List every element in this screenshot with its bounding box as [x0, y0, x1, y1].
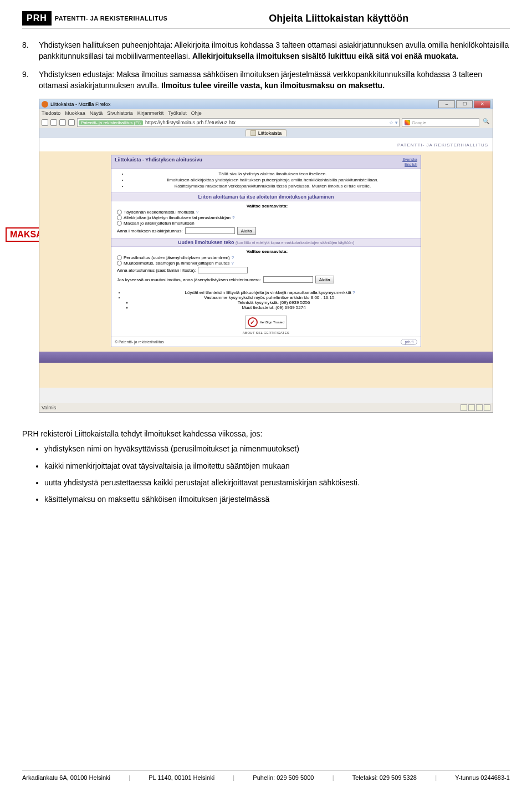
intro-line: Tällä sivulla yhdistys aloittaa ilmoituk… [128, 171, 417, 177]
item9-bold: Ilmoitus tulee vireille vasta, kun ilmoi… [161, 81, 385, 90]
help-icon[interactable]: ? [232, 215, 234, 220]
prh-logo: PRH PATENTTI- JA REKISTERIHALLITUS [22, 11, 167, 26]
footer-pl: PL 1140, 00101 Helsinki [149, 774, 214, 781]
window-titlebar: Liittokaista - Mozilla Firefox – ☐ ✕ [39, 99, 493, 109]
page-viewport: PATENTTI- JA REKISTERIHALLITUS Liittokai… [39, 138, 493, 388]
card-footer: © Patentti- ja rekisterihallitus prh.fi [111, 337, 421, 347]
after-screenshot-text: PRH rekisteröi Liittokaistalla tehdyt il… [22, 429, 510, 504]
numbered-list: Yhdistyksen hallituksen puheenjohtaja: A… [22, 40, 510, 91]
menu-edit[interactable]: Muokkaa [65, 110, 85, 116]
rekisterinumero-input[interactable] [263, 276, 313, 283]
verisign-text: VeriSign Trusted [260, 321, 284, 324]
home-button[interactable] [68, 119, 75, 126]
item8-bold: Allekirjoituksella ilmoituksen sisältö l… [192, 52, 458, 60]
aloitustunnus-label: Anna aloitustunnus (saat tämän liitosta)… [117, 268, 196, 273]
note-phone-tech: Teknisiä kysymyksiä: (09) 6939 5256 [132, 300, 415, 305]
asiakirjatunnus-input[interactable] [185, 227, 235, 234]
radio-perusilmoitus[interactable] [117, 255, 122, 260]
intro-line: Käsittelymaksu maksetaan verkkopankkitun… [128, 184, 417, 189]
menu-help[interactable]: Ohje [191, 110, 202, 116]
prhfi-link[interactable]: prh.fi [401, 339, 417, 345]
forward-button[interactable] [50, 119, 57, 126]
lang-en-link[interactable]: English [402, 162, 417, 167]
embedded-screenshot: MAKSA 35 € Liittokaista - Mozilla Firefo… [22, 99, 510, 413]
help-icon[interactable]: ? [352, 290, 355, 295]
aloitustunnus-input[interactable] [198, 267, 248, 273]
liittokaista-card: Liittokaista - Yhdistyksen aloitussivu S… [111, 155, 421, 347]
radio-muutosilmoitus[interactable] [117, 261, 122, 266]
status-icon [484, 404, 490, 411]
rekisterinumero-label: Jos kyseessä on muutosilmoitus, anna jäs… [117, 277, 261, 282]
status-text: Valmis [42, 405, 56, 410]
new-hdr-text: Uuden ilmoituksen teko [178, 240, 234, 245]
after-intro: PRH rekisteröi Liittokaistalla tehdyt il… [22, 429, 510, 438]
purple-footer-bar [39, 352, 493, 363]
back-button[interactable] [42, 119, 48, 126]
maximize-button[interactable]: ☐ [456, 100, 473, 108]
menu-view[interactable]: Näytä [90, 110, 103, 116]
reload-button[interactable] [59, 119, 66, 126]
radio-label: Allekirjoitan jo täytetyn ilmoituksen ta… [124, 215, 231, 220]
section-new-header: Uuden ilmoituksen teko (kun liitto ei ed… [111, 238, 421, 247]
search-go-icon[interactable]: 🔍 [482, 118, 490, 127]
help-icon[interactable]: ? [231, 261, 233, 266]
valitse-label2: Valitse seuraavista: [117, 249, 417, 254]
tab-title: Liittokaista [258, 130, 282, 136]
logo-abbr: PRH [22, 11, 52, 26]
google-icon [405, 120, 410, 125]
radio-maksan[interactable] [117, 221, 122, 226]
menu-history[interactable]: Sivuhistoria [107, 110, 133, 116]
bullet-item: käsittelymaksu on maksettu sähköisen ilm… [44, 494, 510, 504]
note-line: Löydät eri tilanteisiin liittyviä pikkuo… [185, 290, 351, 295]
radio-taydennan[interactable] [117, 210, 122, 215]
list-item-9: Yhdistyksen edustaja: Maksa ilmoitus sam… [22, 69, 510, 91]
aloita-button-1[interactable]: Aloita [237, 227, 256, 235]
verisign-seal[interactable]: ✓ VeriSign Trusted [245, 316, 287, 329]
minimize-button[interactable]: – [438, 100, 455, 108]
verisign-check-icon: ✓ [248, 317, 258, 327]
aloita-button-2[interactable]: Aloita [315, 276, 334, 283]
list-item-8: Yhdistyksen hallituksen puheenjohtaja: A… [22, 40, 510, 62]
copyright-text: © Patentti- ja rekisterihallitus [115, 340, 164, 344]
footer-address: Arkadiankatu 6A, 00100 Helsinki [22, 774, 110, 781]
body-content: Yhdistyksen hallituksen puheenjohtaja: A… [22, 40, 510, 91]
bookmark-star-icon[interactable]: ☆ ▾ [389, 120, 398, 125]
bullet-item: uutta yhdistystä perustettaessa kaikki p… [44, 478, 510, 488]
footer-fax: Telefaksi: 029 509 5328 [352, 774, 417, 781]
firefox-icon [42, 101, 48, 108]
menu-bookmarks[interactable]: Kirjanmerkit [137, 110, 164, 116]
card-notes: Löydät eri tilanteisiin liittyviä pikkuo… [111, 287, 421, 313]
new-form: Valitse seuraavista: Perusilmoitus (uude… [111, 247, 421, 287]
bullet-item: yhdistyksen nimi on hyväksyttävissä (per… [44, 444, 510, 454]
radio-allekirjoitan[interactable] [117, 215, 122, 220]
status-bar: Valmis [39, 403, 493, 412]
help-icon[interactable]: ? [232, 255, 234, 260]
intro-line: Ilmoituksen allekirjoittaa yhdistyksen h… [128, 177, 417, 183]
asiakirjatunnus-label: Anna ilmoituksen asiakirjatunnus: [117, 229, 183, 233]
ssl-host-badge: Patentti- ja rekisterihallitus (FI) [79, 120, 143, 125]
footer-phone: Puhelin: 029 509 5000 [253, 774, 314, 781]
site-brand: PATENTTI- JA REKISTERIHALLITUS [397, 143, 488, 148]
status-icon [476, 404, 483, 411]
bullet-item: kaikki nimenkirjoittajat ovat täysivalta… [44, 461, 510, 471]
card-intro: Tällä sivulla yhdistys aloittaa ilmoituk… [111, 169, 421, 192]
help-icon[interactable]: ? [196, 210, 198, 215]
site-top-strip: PATENTTI- JA REKISTERIHALLITUS [39, 138, 493, 151]
url-bar[interactable]: Patentti- ja rekisterihallitus (FI) http… [77, 118, 400, 127]
lang-sv-link[interactable]: Svenska [402, 157, 417, 162]
note-line: Vastaamme kysymyksiisi myös puhelimitse … [204, 295, 335, 300]
page-footer: Arkadiankatu 6A, 00100 Helsinki| PL 1140… [22, 770, 510, 781]
nav-toolbar: Patentti- ja rekisterihallitus (FI) http… [39, 117, 493, 128]
browser-tab[interactable]: Liittokaista [245, 129, 287, 136]
close-button[interactable]: ✕ [474, 100, 490, 108]
url-text: https://yhdistysilmoitus.prh.fi/etusivu2… [145, 120, 236, 125]
ssl-note[interactable]: ABOUT SSL CERTIFICATES [111, 331, 421, 337]
logo-full: PATENTTI- JA REKISTERIHALLITUS [55, 15, 168, 22]
valitse-label: Valitse seuraavista: [117, 204, 417, 209]
menu-file[interactable]: Tiedosto [42, 110, 60, 116]
page-header: PRH PATENTTI- JA REKISTERIHALLITUS Ohjei… [22, 11, 510, 29]
menu-tools[interactable]: Työkalut [168, 110, 187, 116]
search-box[interactable]: Google [402, 118, 479, 127]
menu-bar: Tiedosto Muokkaa Näytä Sivuhistoria Kirj… [39, 109, 493, 117]
radio-label: Muutosilmoitus, sääntöjen ja nimenkirjoi… [124, 261, 229, 266]
